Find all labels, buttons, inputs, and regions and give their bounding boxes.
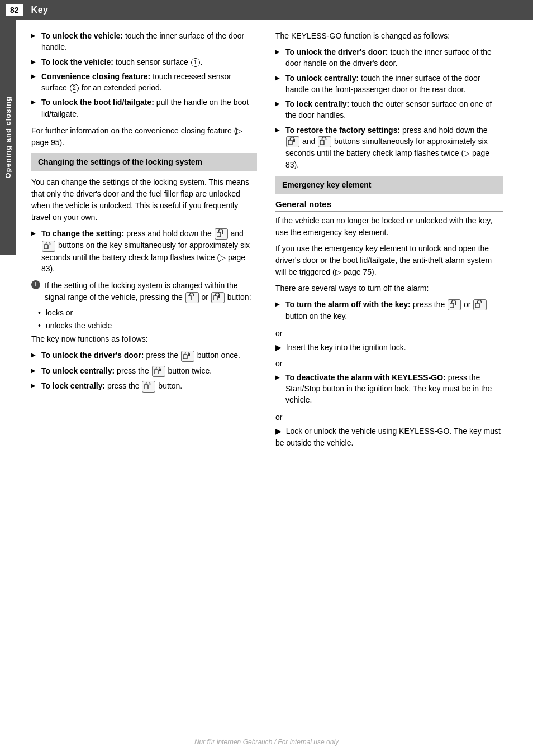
key-now-text: The key now functions as follows: — [31, 333, 257, 345]
section-heading-locking: Changing the settings of the locking sys… — [31, 153, 257, 171]
svg-rect-2 — [44, 245, 48, 249]
svg-rect-7 — [188, 353, 190, 356]
key-lock-btn — [42, 241, 55, 252]
svg-rect-9 — [159, 369, 161, 371]
list-item: To unlock the driver's door: press the b… — [31, 350, 257, 361]
svg-rect-4 — [213, 296, 217, 300]
list-item: To lock centrally: press the button. — [31, 380, 257, 392]
or-text-3: or — [275, 412, 503, 423]
deactivate-bullet-list: To deactivate the alarm with KEYLESS-GO:… — [275, 372, 503, 406]
bullet-bold: To unlock the driver's door: — [41, 351, 144, 360]
general-notes-para2: If you use the emergency key element to … — [275, 243, 503, 278]
sub-bullet-list: locks or unlocks the vehicle — [31, 308, 257, 331]
side-tab-label: Opening and closing — [4, 96, 12, 179]
info-icon: i — [31, 280, 40, 289]
key-now-bullets: To unlock the driver's door: press the b… — [31, 350, 257, 392]
right-column: The KEYLESS-GO function is changed as fo… — [266, 26, 512, 458]
svg-rect-15 — [455, 302, 456, 305]
bullet-text: touch sensor surface 1. — [116, 58, 203, 66]
key-lock-btn-info — [185, 292, 199, 303]
page-number: 82 — [6, 4, 23, 16]
list-item: To lock the vehicle: touch sensor surfac… — [31, 56, 257, 68]
keyless-bullets: To unlock the driver's door: touch the i… — [275, 46, 503, 170]
lock-unlock-keyless-text: ▶ Lock or unlock the vehicle using KEYLE… — [275, 425, 503, 449]
list-item: locks or — [38, 308, 257, 319]
list-item: To unlock centrally: touch the inner sur… — [275, 73, 503, 95]
key-unlock-btn-centrally — [152, 366, 165, 377]
bullet-text: press the button twice. — [117, 366, 212, 375]
keyless-intro: The KEYLESS-GO function is changed as fo… — [275, 30, 503, 42]
list-item: To lock centrally: touch the outer senso… — [275, 98, 503, 121]
bullet-bold: To lock centrally: — [41, 381, 105, 390]
header-bar: 82 Key — [0, 0, 533, 20]
general-notes-title: General notes — [275, 199, 503, 212]
list-item: To turn the alarm off with the key: pres… — [275, 299, 503, 322]
circle-ref-2: 2 — [70, 84, 79, 93]
key-lock-btn-centrally — [142, 381, 155, 392]
section-heading-emergency-text: Emergency key element — [282, 180, 372, 189]
list-item: To unlock the boot lid/tailgate: pull th… — [31, 97, 257, 119]
footer: Nur für internen Gebrauch / For internal… — [0, 738, 533, 746]
key-unlock-btn-alarm — [448, 299, 461, 310]
general-notes-para1: If the vehicle can no longer be locked o… — [275, 215, 503, 238]
list-item: To unlock the driver's door: touch the i… — [275, 46, 503, 69]
bullet-bold: To lock the vehicle: — [41, 58, 113, 66]
bullet-bold: To unlock the boot lid/tailgate: — [41, 98, 154, 107]
alarm-ways-text: There are several ways to turn off the a… — [275, 283, 503, 294]
info-note-item: i If the setting of the locking system i… — [31, 280, 257, 303]
key-lock-btn-alarm — [473, 299, 487, 310]
page-title: Key — [31, 5, 49, 15]
list-item-factory: To restore the factory settings: press a… — [275, 125, 503, 170]
svg-rect-10 — [144, 385, 148, 389]
key-unlock-btn-factory — [286, 136, 299, 147]
locking-intro-para: You can change the settings of the locki… — [31, 176, 257, 223]
bullet-bold: To lock centrally: — [285, 99, 349, 108]
list-item: To unlock the vehicle: touch the inner s… — [31, 30, 257, 53]
svg-rect-1 — [222, 231, 223, 234]
bullet-bold: To change the setting: — [41, 229, 124, 238]
bullet-bold: To turn the alarm off with the key: — [285, 300, 411, 309]
main-content: To unlock the vehicle: touch the inner s… — [0, 20, 533, 458]
list-item-deactivate: To deactivate the alarm with KEYLESS-GO:… — [275, 372, 503, 406]
svg-rect-11 — [288, 140, 292, 145]
list-item: Convenience closing feature: touch reces… — [31, 71, 257, 94]
key-unlock-btn-now — [181, 351, 194, 362]
sub-bullet-text: locks or — [46, 308, 73, 317]
or-text-1: or — [275, 328, 503, 339]
info-note-text: If the setting of the locking system is … — [45, 281, 251, 301]
svg-rect-0 — [217, 232, 221, 237]
section-heading-text: Changing the settings of the locking sys… — [38, 157, 202, 166]
svg-rect-3 — [188, 296, 192, 300]
svg-rect-6 — [183, 355, 187, 359]
bullet-text: press the button once. — [146, 351, 240, 360]
section-heading-emergency: Emergency key element — [275, 176, 503, 194]
sub-bullet-text: unlocks the vehicle — [46, 321, 112, 330]
top-bullet-list: To unlock the vehicle: touch the inner s… — [31, 30, 257, 119]
bullet-text: press the button. — [107, 381, 182, 390]
key-lock-btn-factory — [318, 136, 331, 147]
bullet-bold: To unlock the driver's door: — [285, 47, 388, 56]
bullet-bold: Convenience closing feature: — [41, 72, 150, 81]
circle-ref-1: 1 — [191, 58, 200, 67]
footer-text: Nur für internen Gebrauch / For internal… — [194, 738, 339, 746]
key-unlock-btn-info — [211, 292, 225, 303]
svg-rect-12 — [293, 139, 295, 142]
key-unlock-btn — [215, 228, 228, 240]
list-item-change-setting: To change the setting: press and hold do… — [31, 228, 257, 274]
svg-rect-14 — [450, 303, 454, 308]
alarm-bullets: To turn the alarm off with the key: pres… — [275, 299, 503, 322]
svg-rect-5 — [218, 295, 220, 298]
bullet-bold: To unlock centrally: — [285, 74, 359, 83]
list-item: To unlock centrally: press the button tw… — [31, 365, 257, 377]
bullet-bold: To restore the factory settings: — [285, 126, 400, 135]
svg-rect-8 — [154, 370, 158, 374]
svg-rect-13 — [320, 140, 324, 145]
change-setting-list: To change the setting: press and hold do… — [31, 228, 257, 274]
side-tab: Opening and closing — [0, 20, 16, 255]
svg-rect-16 — [475, 303, 479, 308]
further-info-text: For further information on the convenien… — [31, 125, 257, 149]
bullet-bold: To unlock the vehicle: — [41, 31, 123, 40]
list-item: unlocks the vehicle — [38, 320, 257, 332]
insert-key-text: ▶ Insert the key into the ignition lock. — [275, 342, 503, 353]
or-text-2: or — [275, 358, 503, 370]
